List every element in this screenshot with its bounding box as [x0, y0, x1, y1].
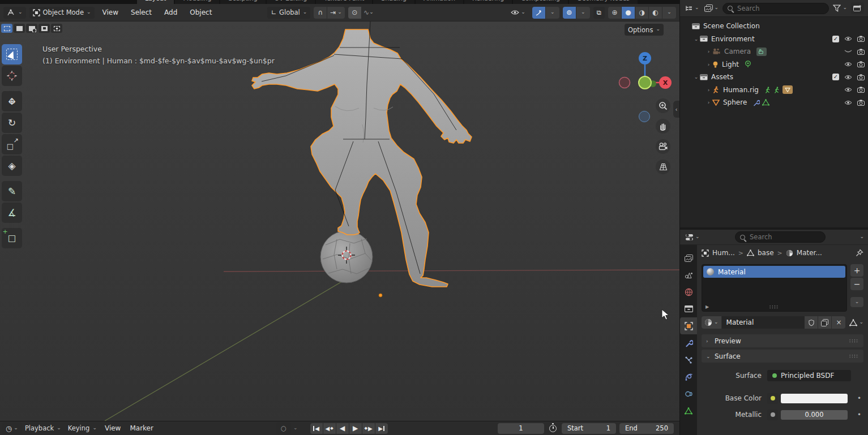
- tab-constraint-properties[interactable]: [680, 385, 697, 402]
- frame-start-field[interactable]: Start 1: [562, 423, 616, 434]
- frame-end-field[interactable]: End 250: [619, 423, 674, 434]
- jump-to-end-button[interactable]: ▶: [375, 423, 388, 434]
- tool-add-cube[interactable]: □+: [2, 228, 22, 248]
- disclosure-closed-icon[interactable]: ›: [705, 49, 712, 54]
- tab-particle-properties[interactable]: [680, 351, 697, 368]
- breadcrumb-data[interactable]: base: [758, 249, 774, 257]
- resize-grip[interactable]: [769, 305, 779, 309]
- select-mode-intersect[interactable]: [51, 24, 62, 33]
- surface-shader-button[interactable]: Principled BSDF: [767, 370, 851, 381]
- animate-dot-icon[interactable]: •: [857, 394, 861, 402]
- outliner-row-scene-collection[interactable]: Scene Collection: [680, 20, 868, 33]
- disclosure-closed-icon[interactable]: ›: [705, 87, 712, 93]
- navigation-gizmo[interactable]: Z X: [617, 44, 674, 101]
- shading-wireframe-button[interactable]: ⊕: [608, 7, 622, 19]
- preview-panel-header[interactable]: › Preview: [702, 334, 863, 347]
- outliner-row-light[interactable]: › Light: [680, 58, 868, 71]
- browse-material-button[interactable]: ⌄: [702, 316, 722, 329]
- render-visibility-icon[interactable]: [857, 36, 865, 42]
- tool-rotate[interactable]: ↻: [2, 113, 22, 133]
- material-name-field[interactable]: [722, 316, 805, 329]
- eye-icon[interactable]: [844, 62, 852, 67]
- modifier-badge-icon[interactable]: [752, 99, 760, 106]
- eye-icon[interactable]: [844, 75, 852, 80]
- outliner-search[interactable]: [722, 3, 829, 14]
- menu-timeline-view[interactable]: View: [100, 424, 125, 432]
- tool-cursor[interactable]: [2, 66, 22, 86]
- menu-add[interactable]: Add: [160, 8, 182, 16]
- new-collection-button[interactable]: [851, 2, 864, 14]
- tab-compositing[interactable]: Compositing: [513, 0, 568, 4]
- snap-settings-dropdown[interactable]: ⇥⌄: [327, 7, 345, 19]
- properties-editor-type-button[interactable]: ⌄: [684, 231, 701, 243]
- visibility-dropdown[interactable]: ⌄: [507, 7, 529, 19]
- pin-icon[interactable]: [856, 249, 863, 257]
- tool-annotate[interactable]: ✎: [2, 181, 22, 201]
- metallic-slider[interactable]: 0.000: [781, 410, 848, 420]
- breadcrumb-object[interactable]: Hum...: [712, 249, 735, 257]
- material-link-dropdown[interactable]: ⌄: [849, 319, 863, 326]
- outliner-search-input[interactable]: [736, 4, 824, 13]
- next-keyframe-button[interactable]: ◆▶: [362, 423, 375, 434]
- menu-view[interactable]: View: [98, 8, 123, 16]
- play-button[interactable]: ▶: [349, 423, 362, 434]
- falloff-dropdown[interactable]: ∿⌄: [362, 7, 375, 19]
- options-dropdown[interactable]: Options ⌄: [625, 24, 664, 36]
- chevron-down-icon[interactable]: ⌄: [293, 425, 298, 430]
- material-slot-selected[interactable]: Material: [703, 266, 845, 278]
- select-mode-new[interactable]: [1, 24, 12, 33]
- tab-output-properties[interactable]: [680, 266, 697, 283]
- unlink-material-button[interactable]: ×: [832, 316, 845, 329]
- animate-dot-icon[interactable]: •: [857, 411, 861, 419]
- camera-view-button[interactable]: [656, 139, 670, 154]
- menu-marker[interactable]: Marker: [125, 424, 157, 432]
- shading-rendered-button[interactable]: ◐: [649, 7, 662, 19]
- outliner-editor-type-button[interactable]: ⌄: [684, 2, 700, 14]
- disclosure-open-icon[interactable]: ⌄: [692, 36, 700, 42]
- breadcrumb-material[interactable]: Mater...: [797, 249, 822, 257]
- snap-magnet-toggle[interactable]: ∩: [314, 7, 327, 19]
- select-mode-extend[interactable]: [14, 24, 25, 33]
- tab-object-properties[interactable]: [680, 317, 697, 334]
- panel-drag-grip[interactable]: [849, 354, 859, 358]
- material-slot-list[interactable]: Material ▶: [702, 264, 847, 312]
- render-visibility-icon[interactable]: [857, 87, 865, 93]
- render-visibility-icon[interactable]: [857, 100, 865, 106]
- properties-search[interactable]: [735, 231, 826, 243]
- outliner-row-human-rig[interactable]: › Human.rig: [680, 84, 868, 97]
- menu-object[interactable]: Object: [185, 8, 216, 16]
- tab-physics-properties[interactable]: [680, 368, 697, 385]
- properties-search-input[interactable]: [749, 232, 820, 242]
- outliner-display-mode-button[interactable]: ⌄: [703, 2, 720, 14]
- panel-drag-grip[interactable]: [849, 339, 859, 343]
- outliner-row-assets[interactable]: ⌄ Assets ✓: [680, 71, 868, 84]
- 3d-viewport[interactable]: Options ⌄ User Perspective (1) Environme…: [0, 21, 679, 421]
- eye-closed-icon[interactable]: [844, 49, 852, 54]
- tab-uv-editing[interactable]: UV Editing: [267, 0, 315, 4]
- sidebar-collapse-handle[interactable]: ‹: [673, 101, 679, 118]
- tool-transform[interactable]: ◈: [2, 156, 22, 176]
- editor-type-button[interactable]: ⌄: [3, 7, 26, 19]
- mode-dropdown[interactable]: Object Mode ⌄: [29, 7, 95, 19]
- tool-measure[interactable]: ∡: [2, 203, 22, 223]
- disclosure-closed-icon[interactable]: ▶: [705, 304, 709, 309]
- transform-orientation-dropdown[interactable]: ∟ Global ⌄: [267, 7, 310, 19]
- render-visibility-icon[interactable]: [857, 74, 865, 80]
- eye-icon[interactable]: [844, 36, 852, 41]
- play-reverse-button[interactable]: ◀: [336, 423, 349, 434]
- pan-button[interactable]: [656, 119, 670, 133]
- eye-icon[interactable]: [844, 100, 852, 105]
- render-visibility-icon[interactable]: [857, 61, 865, 67]
- disclosure-closed-icon[interactable]: ›: [705, 62, 712, 67]
- menu-keying[interactable]: Keying⌄: [65, 423, 100, 434]
- tab-modifier-properties[interactable]: [680, 334, 697, 351]
- mesh-data-badge-icon[interactable]: [762, 99, 769, 106]
- gizmo-x-axis[interactable]: X: [660, 77, 670, 88]
- orthographic-toggle-button[interactable]: [656, 160, 670, 174]
- shading-solid-button[interactable]: ●: [622, 7, 635, 19]
- metallic-socket[interactable]: [767, 410, 778, 420]
- tab-shading[interactable]: Shading: [373, 0, 414, 4]
- xray-toggle[interactable]: ⧉: [593, 7, 605, 19]
- shading-material-button[interactable]: ◑: [635, 7, 649, 19]
- tab-sculpting[interactable]: Sculpting: [220, 0, 265, 4]
